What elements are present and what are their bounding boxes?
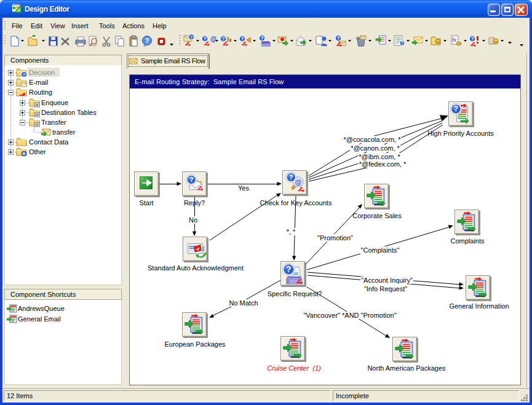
svg-text:?: ? bbox=[289, 173, 293, 181]
svg-text:?: ? bbox=[190, 34, 193, 40]
svg-text:?: ? bbox=[336, 35, 339, 41]
svg-text:?: ? bbox=[145, 37, 149, 44]
svg-text:?: ? bbox=[240, 36, 244, 42]
svg-text:?: ? bbox=[221, 36, 224, 42]
svg-text:?: ? bbox=[470, 36, 474, 42]
svg-text:?: ? bbox=[23, 73, 25, 77]
svg-text:?: ? bbox=[189, 175, 194, 183]
svg-text:?: ? bbox=[203, 36, 206, 42]
svg-text:?: ? bbox=[454, 104, 459, 113]
svg-text:fx: fx bbox=[452, 37, 457, 43]
svg-text:@: @ bbox=[210, 36, 216, 42]
svg-text:?: ? bbox=[260, 35, 263, 41]
svg-text:?: ? bbox=[401, 41, 403, 45]
svg-text:?: ? bbox=[286, 264, 292, 274]
